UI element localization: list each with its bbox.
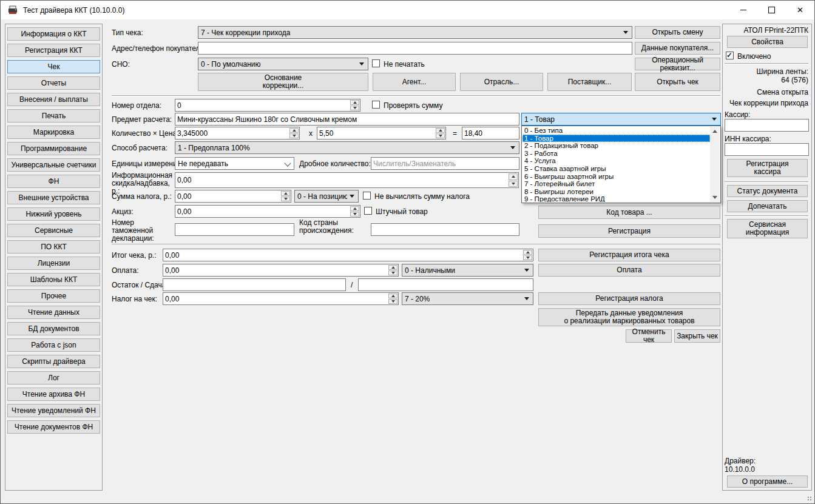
spin-buttons[interactable] <box>523 250 532 260</box>
sidebar-item-4[interactable]: Отчеты <box>7 76 100 90</box>
tax-sum-input[interactable] <box>175 190 280 202</box>
total-input[interactable] <box>163 249 522 261</box>
no-tax-calc-checkbox[interactable] <box>363 192 371 200</box>
price-spinner[interactable] <box>317 127 446 139</box>
subject-type-option-7[interactable]: 7 - Лотерейный билет <box>522 180 710 188</box>
buyer-contact-input[interactable] <box>198 42 632 55</box>
sidebar-item-10[interactable]: ФН <box>7 175 100 188</box>
operational-attr-button[interactable]: Операционный реквизит... <box>635 58 720 70</box>
sidebar-item-9[interactable]: Универсальные счетчики <box>7 158 100 172</box>
excise-spinner[interactable] <box>175 205 360 218</box>
sidebar-item-15[interactable]: Лицензии <box>7 257 100 270</box>
close-button[interactable]: ✕ <box>786 1 814 19</box>
register-button[interactable]: Регистрация <box>538 224 720 238</box>
cashier-input[interactable] <box>725 119 809 132</box>
payment-input[interactable] <box>163 264 388 276</box>
sidebar-item-11[interactable]: Внешние устройства <box>7 191 100 204</box>
units-select[interactable]: Не передавать <box>175 157 294 170</box>
subject-input[interactable] <box>175 113 519 126</box>
change-input[interactable] <box>358 278 533 291</box>
sidebar-item-12[interactable]: Нижний уровень <box>7 207 100 221</box>
sidebar-item-22[interactable]: Лог <box>7 371 100 385</box>
subject-type-option-6[interactable]: 6 - Выигрыш азартной игры <box>522 173 710 181</box>
spin-buttons[interactable] <box>350 206 359 217</box>
payment-spinner[interactable] <box>163 264 399 277</box>
sidebar-item-17[interactable]: Прочее <box>7 289 100 303</box>
country-input[interactable] <box>371 223 519 236</box>
supplier-button[interactable]: Поставщик... <box>547 73 632 91</box>
rest-input[interactable] <box>163 278 346 291</box>
subject-type-option-3[interactable]: 3 - Работа <box>522 150 710 158</box>
sidebar-item-21[interactable]: Скрипты драйвера <box>7 355 100 368</box>
check-sum-checkbox[interactable] <box>372 101 380 109</box>
spin-buttons[interactable] <box>281 191 290 201</box>
quantity-input[interactable] <box>175 127 289 139</box>
sidebar-item-20[interactable]: Работа с json <box>7 338 100 352</box>
department-spinner[interactable] <box>175 99 360 112</box>
register-total-button[interactable]: Регистрация итога чека <box>538 249 720 261</box>
sidebar-item-3[interactable]: Чек <box>7 60 100 73</box>
sidebar-item-14[interactable]: ПО ККТ <box>7 240 100 254</box>
cashier-inn-input[interactable] <box>725 143 809 156</box>
subject-type-option-4[interactable]: 4 - Услуга <box>522 157 710 165</box>
doc-status-button[interactable]: Статус документа <box>727 185 808 197</box>
sidebar-item-25[interactable]: Чтение документов ФН <box>7 420 100 434</box>
sidebar-item-13[interactable]: Сервисные <box>7 224 100 237</box>
buyer-data-button[interactable]: Данные покупателя... <box>635 42 720 55</box>
receipt-tax-spinner[interactable] <box>163 292 399 305</box>
spin-buttons[interactable] <box>289 128 299 138</box>
quantity-spinner[interactable] <box>175 127 300 139</box>
open-receipt-button[interactable]: Открыть чек <box>635 73 720 91</box>
sidebar-item-7[interactable]: Маркировка <box>7 126 100 139</box>
about-button[interactable]: О программе... <box>727 475 808 488</box>
amount-input[interactable] <box>462 127 519 139</box>
resize-grip[interactable] <box>807 496 813 502</box>
product-code-button[interactable]: Код товара ... <box>538 206 720 219</box>
tax-sum-spinner[interactable] <box>175 190 291 203</box>
sidebar-item-23[interactable]: Чтение архива ФН <box>7 388 100 401</box>
reprint-button[interactable]: Допечатать <box>727 200 808 212</box>
subject-type-option-1[interactable]: 1 - Товар <box>522 135 710 143</box>
agent-button[interactable]: Агент... <box>373 73 456 91</box>
receipt-type-select[interactable]: 7 - Чек коррекции прихода <box>198 26 632 39</box>
scroll-up-icon[interactable] <box>712 130 717 133</box>
cancel-receipt-button[interactable]: Отменить чек <box>626 329 672 343</box>
subject-type-option-8[interactable]: 8 - Выигрыш лотереи <box>522 188 710 196</box>
sno-select[interactable]: 0 - По умолчанию <box>198 58 368 70</box>
pay-method-select[interactable]: 1 - Предоплата 100% <box>175 141 519 154</box>
payment-button[interactable]: Оплата <box>538 264 720 277</box>
department-input[interactable] <box>175 99 350 111</box>
subject-type-option-2[interactable]: 2 - Подакцизный товар <box>522 142 710 150</box>
sidebar-item-19[interactable]: БД документов <box>7 322 100 335</box>
sidebar-item-16[interactable]: Шаблоны ККТ <box>7 273 100 286</box>
subject-type-option-9[interactable]: 9 - Предоставление РИД <box>522 195 710 202</box>
discount-spinner[interactable] <box>175 172 519 188</box>
subject-type-option-0[interactable]: 0 - Без типа <box>522 127 710 135</box>
scroll-down-icon[interactable] <box>712 196 717 199</box>
properties-button[interactable]: Свойства <box>727 36 808 48</box>
spin-buttons[interactable] <box>436 128 445 138</box>
spin-buttons[interactable] <box>350 100 359 110</box>
service-info-button[interactable]: Сервисная информация <box>727 219 808 238</box>
send-marking-button[interactable]: Передать данные уведомления о реализации… <box>538 308 720 326</box>
close-receipt-button[interactable]: Закрыть чек <box>674 329 720 343</box>
sidebar-item-1[interactable]: Информация о ККТ <box>7 27 100 41</box>
correction-basis-button[interactable]: Основание коррекции... <box>198 73 368 91</box>
customs-input[interactable] <box>175 223 294 236</box>
sidebar-item-24[interactable]: Чтение уведомлений ФН <box>7 404 100 417</box>
minimize-button[interactable] <box>729 1 757 19</box>
sidebar-item-5[interactable]: Внесения / выплаты <box>7 93 100 106</box>
sidebar-item-8[interactable]: Программирование <box>7 142 100 155</box>
spin-buttons[interactable] <box>509 173 518 187</box>
excise-input[interactable] <box>175 206 350 217</box>
industry-button[interactable]: Отрасль... <box>460 73 543 91</box>
spin-buttons[interactable] <box>388 265 397 275</box>
sidebar-item-6[interactable]: Печать <box>7 109 100 123</box>
total-spinner[interactable] <box>163 249 533 261</box>
sidebar-item-2[interactable]: Регистрация ККТ <box>7 44 100 57</box>
enabled-checkbox[interactable] <box>726 52 734 59</box>
fraction-input[interactable] <box>371 157 519 170</box>
receipt-tax-type-select[interactable]: 7 - 20% <box>402 292 533 305</box>
payment-type-select[interactable]: 0 - Наличными <box>402 264 533 277</box>
discount-input[interactable] <box>175 173 508 187</box>
